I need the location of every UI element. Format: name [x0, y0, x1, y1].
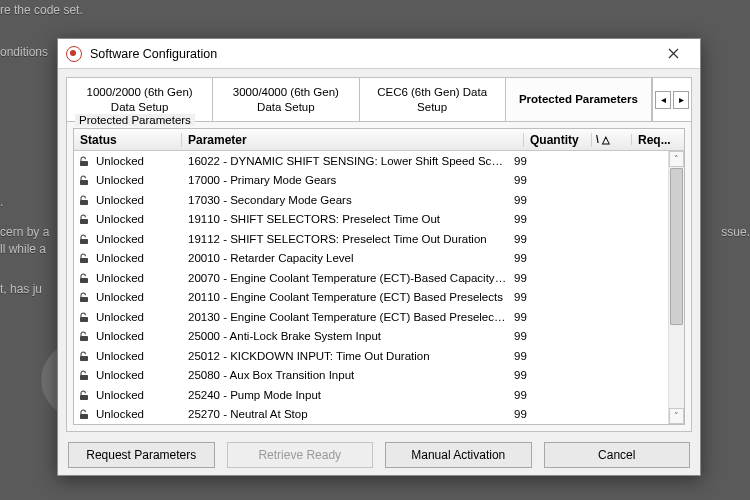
cell-parameter: 20010 - Retarder Capacity Level	[182, 252, 508, 264]
column-quantity[interactable]: Quantity	[524, 133, 592, 147]
table-row[interactable]: Unlocked16022 - DYNAMIC SHIFT SENSING: L…	[74, 151, 684, 171]
background-text: ssue.	[721, 225, 750, 239]
cell-quantity: 99	[508, 213, 576, 225]
column-parameter[interactable]: Parameter	[182, 133, 524, 147]
background-text: ll while a	[0, 242, 46, 256]
unlocked-icon	[78, 252, 90, 264]
tab-scroll-left-button[interactable]: ◂	[655, 91, 671, 109]
status-text: Unlocked	[96, 369, 144, 381]
svg-rect-0	[80, 161, 88, 166]
app-icon	[66, 46, 82, 62]
table-row[interactable]: Unlocked25270 - Neutral At Stop99	[74, 405, 684, 425]
table-row[interactable]: Unlocked25080 - Aux Box Transition Input…	[74, 366, 684, 386]
background-text: onditions	[0, 45, 48, 59]
svg-rect-6	[80, 278, 88, 283]
cell-quantity: 99	[508, 233, 576, 245]
protected-parameters-group: Protected Parameters Status Parameter Qu…	[66, 121, 692, 432]
svg-rect-12	[80, 395, 88, 400]
cell-status: Unlocked	[74, 213, 182, 225]
unlocked-icon	[78, 194, 90, 206]
cancel-button[interactable]: Cancel	[544, 442, 691, 468]
software-configuration-dialog: Software Configuration 1000/2000 (6th Ge…	[57, 38, 701, 476]
cell-quantity: 99	[508, 369, 576, 381]
svg-rect-9	[80, 336, 88, 341]
cell-status: Unlocked	[74, 174, 182, 186]
tab-scroll-buttons: ◂▸	[652, 78, 691, 121]
scroll-thumb[interactable]	[670, 168, 683, 325]
cell-status: Unlocked	[74, 155, 182, 167]
table-header: Status Parameter Quantity \ △ Req...	[74, 129, 684, 151]
cell-parameter: 25080 - Aux Box Transition Input	[182, 369, 508, 381]
table-row[interactable]: Unlocked25240 - Pump Mode Input99	[74, 385, 684, 405]
tab-scroll-right-button[interactable]: ▸	[673, 91, 689, 109]
cell-status: Unlocked	[74, 252, 182, 264]
svg-rect-10	[80, 356, 88, 361]
cell-quantity: 99	[508, 272, 576, 284]
tab-1[interactable]: 3000/4000 (6th Gen) Data Setup	[213, 78, 359, 121]
cell-status: Unlocked	[74, 330, 182, 342]
cell-quantity: 99	[508, 194, 576, 206]
sort-asc-icon: \	[596, 134, 599, 145]
tab-3[interactable]: Protected Parameters	[506, 78, 652, 121]
parameters-table: Status Parameter Quantity \ △ Req... Unl…	[73, 128, 685, 425]
background-text: .	[0, 195, 3, 209]
cell-parameter: 20110 - Engine Coolant Temperature (ECT)…	[182, 291, 508, 303]
cell-parameter: 20130 - Engine Coolant Temperature (ECT)…	[182, 311, 508, 323]
unlocked-icon	[78, 369, 90, 381]
cell-status: Unlocked	[74, 369, 182, 381]
table-row[interactable]: Unlocked20070 - Engine Coolant Temperatu…	[74, 268, 684, 288]
background-text: re the code set.	[0, 3, 83, 17]
table-row[interactable]: Unlocked20110 - Engine Coolant Temperatu…	[74, 288, 684, 308]
svg-rect-3	[80, 219, 88, 224]
vertical-scrollbar[interactable]: ˄ ˅	[668, 151, 684, 424]
column-sort[interactable]: \ △	[592, 134, 632, 145]
status-text: Unlocked	[96, 389, 144, 401]
request-parameters-button[interactable]: Request Parameters	[68, 442, 215, 468]
scroll-track[interactable]	[669, 167, 684, 408]
cell-parameter: 19110 - SHIFT SELECTORS: Preselect Time …	[182, 213, 508, 225]
cell-quantity: 99	[508, 311, 576, 323]
cell-parameter: 25000 - Anti-Lock Brake System Input	[182, 330, 508, 342]
window-title: Software Configuration	[90, 47, 217, 61]
close-button[interactable]	[654, 39, 692, 69]
scroll-up-button[interactable]: ˄	[669, 151, 684, 167]
cell-quantity: 99	[508, 389, 576, 401]
unlocked-icon	[78, 408, 90, 420]
table-row[interactable]: Unlocked17030 - Secondary Mode Gears99	[74, 190, 684, 210]
status-text: Unlocked	[96, 408, 144, 420]
table-row[interactable]: Unlocked20010 - Retarder Capacity Level9…	[74, 249, 684, 269]
manual-activation-button[interactable]: Manual Activation	[385, 442, 532, 468]
table-row[interactable]: Unlocked19112 - SHIFT SELECTORS: Presele…	[74, 229, 684, 249]
unlocked-icon	[78, 389, 90, 401]
status-text: Unlocked	[96, 330, 144, 342]
table-row[interactable]: Unlocked17000 - Primary Mode Gears99	[74, 171, 684, 191]
status-text: Unlocked	[96, 311, 144, 323]
table-row[interactable]: Unlocked19110 - SHIFT SELECTORS: Presele…	[74, 210, 684, 230]
column-required[interactable]: Req...	[632, 133, 684, 147]
svg-rect-8	[80, 317, 88, 322]
cell-status: Unlocked	[74, 194, 182, 206]
table-row[interactable]: Unlocked25000 - Anti-Lock Brake System I…	[74, 327, 684, 347]
tab-2[interactable]: CEC6 (6th Gen) Data Setup	[360, 78, 506, 121]
unlocked-icon	[78, 330, 90, 342]
table-body[interactable]: Unlocked16022 - DYNAMIC SHIFT SENSING: L…	[74, 151, 684, 424]
column-status[interactable]: Status	[74, 133, 182, 147]
svg-rect-7	[80, 297, 88, 302]
unlocked-icon	[78, 272, 90, 284]
cell-status: Unlocked	[74, 311, 182, 323]
status-text: Unlocked	[96, 291, 144, 303]
status-text: Unlocked	[96, 174, 144, 186]
titlebar: Software Configuration	[58, 39, 700, 69]
unlocked-icon	[78, 233, 90, 245]
scroll-down-button[interactable]: ˅	[669, 408, 684, 424]
retrieve-ready-button[interactable]: Retrieve Ready	[227, 442, 374, 468]
cell-quantity: 99	[508, 330, 576, 342]
cell-parameter: 25012 - KICKDOWN INPUT: Time Out Duratio…	[182, 350, 508, 362]
svg-rect-2	[80, 200, 88, 205]
table-row[interactable]: Unlocked20130 - Engine Coolant Temperatu…	[74, 307, 684, 327]
cell-status: Unlocked	[74, 408, 182, 420]
table-row[interactable]: Unlocked25012 - KICKDOWN INPUT: Time Out…	[74, 346, 684, 366]
unlocked-icon	[78, 155, 90, 167]
cell-parameter: 16022 - DYNAMIC SHIFT SENSING: Lower Shi…	[182, 155, 508, 167]
unlocked-icon	[78, 213, 90, 225]
